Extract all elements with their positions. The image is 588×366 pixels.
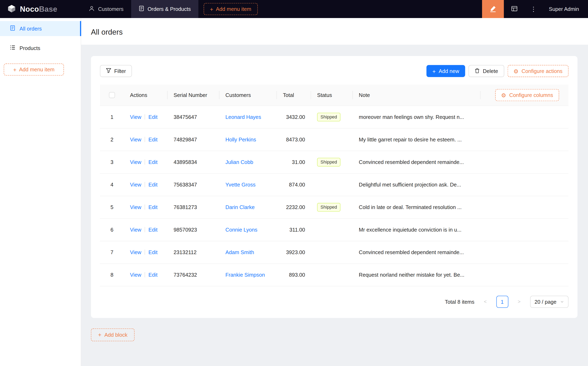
customer-cell: Leonard Hayes [219, 106, 277, 128]
sidebar-item-products[interactable]: Products [0, 41, 81, 55]
more-menu-button[interactable]: ⋮ [525, 0, 542, 18]
add-block-button[interactable]: + Add block [91, 328, 135, 341]
customer-link[interactable]: Holly Perkins [225, 137, 256, 142]
column-header-serial-number[interactable]: Serial Number [168, 85, 219, 106]
serial-number-cell: 98570923 [168, 218, 219, 241]
customer-link[interactable]: Darin Clarke [225, 204, 255, 210]
total-cell: 893.00 [277, 264, 311, 286]
note-cell: Cold in late or deal. Terminated resolut… [353, 196, 569, 218]
status-cell: Shipped [311, 196, 353, 218]
user-menu[interactable]: Super Admin [542, 6, 588, 12]
view-link[interactable]: View [130, 114, 141, 120]
total-cell: 2232.00 [277, 196, 311, 218]
frame: All orders Products + Add menu item All … [0, 18, 588, 366]
table-row: 6 ViewEdit 98570923 Connie Lyons 311.00 … [100, 218, 569, 241]
nocobase-logo[interactable]: NocoBase [0, 3, 81, 14]
navbar-add-menu-item-button[interactable]: + Add menu item [204, 3, 258, 15]
total-cell: 31.00 [277, 151, 311, 173]
edit-link[interactable]: Edit [149, 137, 158, 142]
edit-link[interactable]: Edit [149, 249, 158, 255]
row-actions: ViewEdit [124, 128, 168, 151]
chevron-left-icon: < [484, 299, 487, 305]
view-link[interactable]: View [130, 159, 141, 165]
customer-link[interactable]: Connie Lyons [225, 227, 257, 233]
layout-grid-button[interactable] [504, 0, 525, 18]
list-icon [10, 45, 15, 51]
more-vertical-icon: ⋮ [530, 5, 536, 13]
action-divider [145, 137, 145, 142]
select-all-checkbox[interactable] [109, 92, 115, 98]
customer-link[interactable]: Leonard Hayes [225, 114, 261, 120]
note-cell: moreover man feelings own shy. Request n… [353, 106, 569, 128]
customer-cell: Julian Cobb [219, 151, 277, 173]
view-link[interactable]: View [130, 227, 141, 233]
view-link[interactable]: View [130, 272, 141, 278]
column-header-note[interactable]: Note [353, 85, 481, 106]
column-header-total[interactable]: Total [277, 85, 311, 106]
sidebar: All orders Products + Add menu item [0, 18, 81, 366]
customers-icon [89, 6, 95, 13]
pagination-page-1[interactable]: 1 [496, 296, 508, 308]
nav-item-label: Orders & Products [148, 6, 191, 12]
nav-item-label: Customers [98, 6, 124, 12]
chevron-right-icon: > [518, 299, 520, 305]
row-actions: ViewEdit [124, 241, 168, 264]
customer-cell: Connie Lyons [219, 218, 277, 241]
edit-link[interactable]: Edit [149, 159, 158, 165]
pagination-next-button[interactable]: > [514, 296, 524, 308]
row-actions: ViewEdit [124, 218, 168, 241]
filter-button[interactable]: Filter [100, 65, 132, 77]
row-index: 6 [100, 218, 124, 241]
pagination-prev-button[interactable]: < [480, 296, 490, 308]
total-cell: 3923.00 [277, 241, 311, 264]
column-header-status[interactable]: Status [311, 85, 353, 106]
customer-cell: Yvette Gross [219, 173, 277, 196]
nav-item-customers[interactable]: Customers [81, 0, 131, 18]
edit-link[interactable]: Edit [149, 272, 158, 278]
view-link[interactable]: View [130, 204, 141, 210]
row-index: 1 [100, 106, 124, 128]
edit-link[interactable]: Edit [149, 182, 158, 188]
gear-icon: ⚙ [513, 68, 519, 74]
toolbar-right-group: + Add new Delete [426, 65, 568, 77]
customer-link[interactable]: Frankie Simpson [225, 272, 265, 278]
delete-button[interactable]: Delete [468, 65, 504, 77]
status-tag: Shipped [317, 113, 340, 121]
sidebar-add-menu-item-button[interactable]: + Add menu item [4, 63, 64, 76]
nav-item-orders-products[interactable]: Orders & Products [131, 0, 198, 18]
column-header-customers[interactable]: Customers [219, 85, 277, 106]
view-link[interactable]: View [130, 182, 141, 188]
row-index: 2 [100, 128, 124, 151]
status-cell [311, 173, 353, 196]
status-cell: Shipped [311, 106, 353, 128]
serial-number-cell: 73764232 [168, 264, 219, 286]
plus-icon: + [432, 68, 436, 74]
customer-cell: Holly Perkins [219, 128, 277, 151]
customer-link[interactable]: Yvette Gross [225, 182, 256, 188]
table-row: 7 ViewEdit 23132112 Adam Smith 3923.00 C… [100, 241, 569, 264]
table-toolbar: Filter + Add new [100, 65, 569, 77]
page-size-select[interactable]: 20 / page [530, 296, 569, 308]
ui-editor-toggle-button[interactable] [482, 0, 504, 18]
edit-link[interactable]: Edit [149, 227, 158, 233]
customer-link[interactable]: Adam Smith [225, 249, 254, 255]
view-link[interactable]: View [130, 137, 141, 142]
note-cell: Convinced resembled dependent remainde..… [353, 151, 569, 173]
configure-columns-button[interactable]: ⚙ Configure columns [495, 89, 559, 101]
top-navbar: NocoBase Customers Orders & Products + [0, 0, 588, 18]
status-cell [311, 128, 353, 151]
customer-link[interactable]: Julian Cobb [225, 159, 253, 165]
sidebar-item-all-orders[interactable]: All orders [0, 21, 81, 36]
column-header-actions[interactable]: Actions [124, 85, 168, 106]
table-row: 2 ViewEdit 74829847 Holly Perkins 8473.0… [100, 128, 569, 151]
page-title: All orders [91, 28, 579, 37]
status-cell [311, 264, 353, 286]
edit-link[interactable]: Edit [149, 114, 158, 120]
chevron-down-icon [560, 298, 564, 305]
view-link[interactable]: View [130, 249, 141, 255]
plus-icon: + [13, 67, 16, 73]
orders-table: Actions Serial Number Customers Total St… [100, 85, 569, 286]
configure-actions-button[interactable]: ⚙ Configure actions [507, 65, 569, 77]
add-new-button[interactable]: + Add new [426, 65, 465, 77]
edit-link[interactable]: Edit [149, 204, 158, 210]
